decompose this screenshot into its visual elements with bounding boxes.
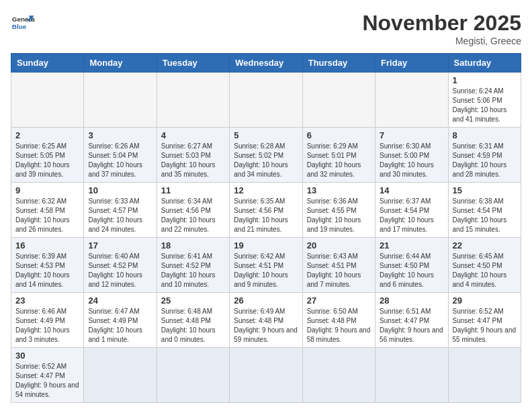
day-info: Sunrise: 6:44 AM Sunset: 4:50 PM Dayligh… [380, 252, 443, 289]
day-info: Sunrise: 6:27 AM Sunset: 5:03 PM Dayligh… [161, 142, 225, 179]
weekday-header-thursday: Thursday [302, 54, 375, 73]
day-number: 17 [88, 240, 152, 250]
day-number: 7 [380, 130, 443, 140]
day-info: Sunrise: 6:35 AM Sunset: 4:56 PM Dayligh… [234, 197, 298, 234]
day-number: 16 [15, 240, 79, 250]
calendar-day-cell: 29Sunrise: 6:52 AM Sunset: 4:47 PM Dayli… [448, 293, 521, 348]
day-info: Sunrise: 6:39 AM Sunset: 4:53 PM Dayligh… [15, 252, 79, 289]
day-number: 11 [161, 185, 225, 195]
calendar-day-cell: 7Sunrise: 6:30 AM Sunset: 5:00 PM Daylig… [375, 128, 448, 183]
day-info: Sunrise: 6:43 AM Sunset: 4:51 PM Dayligh… [307, 252, 371, 289]
calendar-day-cell: 1Sunrise: 6:24 AM Sunset: 5:06 PM Daylig… [448, 73, 521, 128]
calendar-week-row: 1Sunrise: 6:24 AM Sunset: 5:06 PM Daylig… [11, 73, 521, 128]
calendar-day-cell [157, 73, 229, 128]
calendar-day-cell: 5Sunrise: 6:28 AM Sunset: 5:02 PM Daylig… [230, 128, 302, 183]
calendar-day-cell: 28Sunrise: 6:51 AM Sunset: 4:47 PM Dayli… [375, 293, 448, 348]
day-info: Sunrise: 6:36 AM Sunset: 4:55 PM Dayligh… [307, 197, 371, 234]
day-info: Sunrise: 6:48 AM Sunset: 4:48 PM Dayligh… [161, 307, 225, 345]
day-number: 24 [88, 295, 152, 306]
day-info: Sunrise: 6:47 AM Sunset: 4:49 PM Dayligh… [88, 307, 152, 345]
month-title: November 2025 [362, 11, 521, 36]
page-header: General Blue November 2025 Megisti, Gree… [11, 11, 521, 46]
day-number: 15 [453, 185, 517, 195]
day-number: 21 [380, 240, 443, 250]
day-number: 29 [453, 295, 517, 306]
day-info: Sunrise: 6:49 AM Sunset: 4:48 PM Dayligh… [234, 307, 298, 345]
calendar-week-row: 16Sunrise: 6:39 AM Sunset: 4:53 PM Dayli… [11, 238, 521, 293]
calendar-day-cell [157, 348, 229, 403]
calendar-day-cell [375, 348, 448, 403]
calendar-day-cell: 24Sunrise: 6:47 AM Sunset: 4:49 PM Dayli… [84, 293, 157, 348]
day-number: 20 [307, 240, 371, 250]
day-number: 4 [161, 130, 225, 140]
calendar-day-cell: 23Sunrise: 6:46 AM Sunset: 4:49 PM Dayli… [11, 293, 84, 348]
day-info: Sunrise: 6:52 AM Sunset: 4:47 PM Dayligh… [15, 362, 79, 400]
weekday-header-row: SundayMondayTuesdayWednesdayThursdayFrid… [11, 54, 521, 73]
day-info: Sunrise: 6:28 AM Sunset: 5:02 PM Dayligh… [234, 142, 298, 179]
day-number: 10 [88, 185, 152, 195]
calendar-day-cell: 9Sunrise: 6:32 AM Sunset: 4:58 PM Daylig… [11, 183, 84, 238]
calendar-day-cell: 16Sunrise: 6:39 AM Sunset: 4:53 PM Dayli… [11, 238, 84, 293]
calendar-day-cell: 11Sunrise: 6:34 AM Sunset: 4:56 PM Dayli… [157, 183, 229, 238]
day-info: Sunrise: 6:31 AM Sunset: 4:59 PM Dayligh… [453, 142, 517, 179]
weekday-header-monday: Monday [84, 54, 157, 73]
day-number: 25 [161, 295, 225, 306]
day-number: 22 [453, 240, 517, 250]
calendar-day-cell: 27Sunrise: 6:50 AM Sunset: 4:48 PM Dayli… [302, 293, 375, 348]
generalblue-logo-icon: General Blue [11, 11, 35, 35]
weekday-header-saturday: Saturday [448, 54, 521, 73]
calendar-day-cell: 17Sunrise: 6:40 AM Sunset: 4:52 PM Dayli… [84, 238, 157, 293]
day-info: Sunrise: 6:26 AM Sunset: 5:04 PM Dayligh… [88, 142, 152, 179]
weekday-header-sunday: Sunday [11, 54, 84, 73]
calendar-day-cell [230, 348, 302, 403]
calendar-day-cell: 6Sunrise: 6:29 AM Sunset: 5:01 PM Daylig… [302, 128, 375, 183]
calendar-day-cell: 14Sunrise: 6:37 AM Sunset: 4:54 PM Dayli… [375, 183, 448, 238]
day-number: 14 [380, 185, 443, 195]
title-block: November 2025 Megisti, Greece [362, 11, 521, 46]
calendar-day-cell [230, 73, 302, 128]
day-info: Sunrise: 6:41 AM Sunset: 4:52 PM Dayligh… [161, 252, 225, 289]
day-info: Sunrise: 6:50 AM Sunset: 4:48 PM Dayligh… [307, 307, 371, 345]
weekday-header-friday: Friday [375, 54, 448, 73]
day-number: 13 [307, 185, 371, 195]
weekday-header-wednesday: Wednesday [230, 54, 302, 73]
calendar-day-cell: 22Sunrise: 6:45 AM Sunset: 4:50 PM Dayli… [448, 238, 521, 293]
day-number: 2 [15, 130, 79, 140]
calendar-day-cell [448, 348, 521, 403]
day-number: 23 [15, 295, 79, 306]
calendar-day-cell [375, 73, 448, 128]
calendar-day-cell: 25Sunrise: 6:48 AM Sunset: 4:48 PM Dayli… [157, 293, 229, 348]
calendar-day-cell [84, 73, 157, 128]
calendar-day-cell: 3Sunrise: 6:26 AM Sunset: 5:04 PM Daylig… [84, 128, 157, 183]
day-info: Sunrise: 6:46 AM Sunset: 4:49 PM Dayligh… [15, 307, 79, 345]
weekday-header-tuesday: Tuesday [157, 54, 229, 73]
calendar-day-cell: 26Sunrise: 6:49 AM Sunset: 4:48 PM Dayli… [230, 293, 302, 348]
calendar-day-cell: 13Sunrise: 6:36 AM Sunset: 4:55 PM Dayli… [302, 183, 375, 238]
day-info: Sunrise: 6:45 AM Sunset: 4:50 PM Dayligh… [453, 252, 517, 289]
calendar-week-row: 23Sunrise: 6:46 AM Sunset: 4:49 PM Dayli… [11, 293, 521, 348]
calendar-day-cell: 15Sunrise: 6:38 AM Sunset: 4:54 PM Dayli… [448, 183, 521, 238]
day-info: Sunrise: 6:51 AM Sunset: 4:47 PM Dayligh… [380, 307, 443, 345]
day-info: Sunrise: 6:29 AM Sunset: 5:01 PM Dayligh… [307, 142, 371, 179]
day-info: Sunrise: 6:42 AM Sunset: 4:51 PM Dayligh… [234, 252, 298, 289]
day-info: Sunrise: 6:37 AM Sunset: 4:54 PM Dayligh… [380, 197, 443, 234]
day-number: 6 [307, 130, 371, 140]
day-info: Sunrise: 6:30 AM Sunset: 5:00 PM Dayligh… [380, 142, 443, 179]
day-info: Sunrise: 6:24 AM Sunset: 5:06 PM Dayligh… [453, 87, 517, 124]
calendar-day-cell: 20Sunrise: 6:43 AM Sunset: 4:51 PM Dayli… [302, 238, 375, 293]
svg-text:Blue: Blue [12, 23, 27, 30]
calendar-day-cell: 19Sunrise: 6:42 AM Sunset: 4:51 PM Dayli… [230, 238, 302, 293]
calendar-week-row: 30Sunrise: 6:52 AM Sunset: 4:47 PM Dayli… [11, 348, 521, 403]
day-info: Sunrise: 6:34 AM Sunset: 4:56 PM Dayligh… [161, 197, 225, 234]
day-number: 18 [161, 240, 225, 250]
day-number: 26 [234, 295, 298, 306]
day-info: Sunrise: 6:38 AM Sunset: 4:54 PM Dayligh… [453, 197, 517, 234]
day-info: Sunrise: 6:25 AM Sunset: 5:05 PM Dayligh… [15, 142, 79, 179]
calendar-week-row: 2Sunrise: 6:25 AM Sunset: 5:05 PM Daylig… [11, 128, 521, 183]
day-number: 1 [453, 75, 517, 85]
calendar-table: SundayMondayTuesdayWednesdayThursdayFrid… [11, 53, 521, 403]
day-info: Sunrise: 6:33 AM Sunset: 4:57 PM Dayligh… [88, 197, 152, 234]
day-number: 3 [88, 130, 152, 140]
calendar-day-cell: 8Sunrise: 6:31 AM Sunset: 4:59 PM Daylig… [448, 128, 521, 183]
day-number: 8 [453, 130, 517, 140]
